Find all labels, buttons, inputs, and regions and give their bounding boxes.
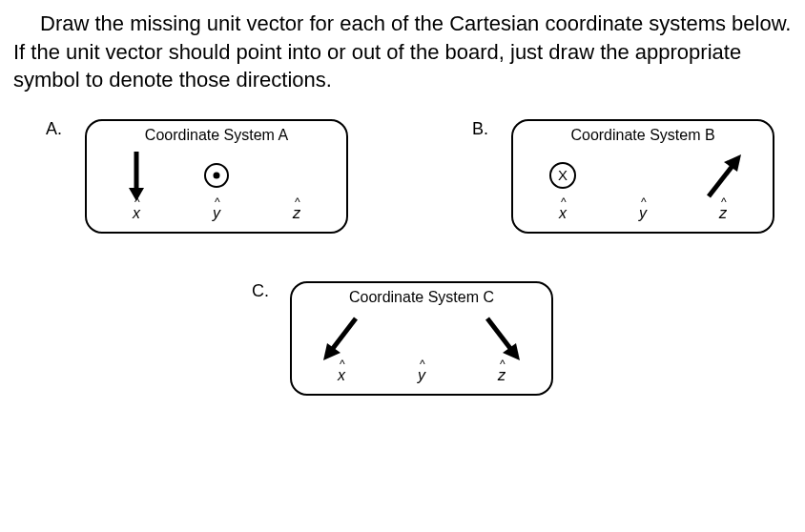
part-b: B. Coordinate System B X x y (472, 119, 774, 234)
vec-b-x: X x (536, 148, 589, 222)
card-b: Coordinate System B X x y (511, 119, 774, 234)
part-a-label: A. (46, 119, 62, 139)
axis-y-label: y (418, 367, 425, 384)
axis-x-label: x (338, 367, 345, 384)
axis-z-label: z (719, 205, 727, 222)
axis-y-label: y (213, 205, 220, 222)
vec-a-y: y (190, 148, 243, 222)
axis-x-label: x (559, 205, 567, 222)
axis-z-label: z (293, 205, 300, 222)
svg-line-8 (331, 318, 356, 351)
vec-b-z: z (696, 148, 750, 222)
card-b-title: Coordinate System B (530, 127, 755, 144)
card-c-title: Coordinate System C (309, 289, 534, 306)
part-a: A. Coordinate System A x (46, 119, 348, 234)
axis-z-label: z (498, 367, 506, 384)
svg-text:X: X (558, 167, 568, 183)
vec-a-z: z (270, 148, 323, 222)
vec-c-x: x (315, 310, 368, 384)
vec-c-z: z (475, 310, 528, 384)
vec-b-y: y (616, 148, 670, 222)
axis-y-label: y (639, 205, 647, 222)
part-c-label: C. (252, 281, 269, 301)
part-c: C. Coordinate System C x y (252, 281, 553, 396)
card-c: Coordinate System C x y (290, 281, 553, 396)
svg-line-10 (487, 318, 512, 351)
axis-x-label: x (133, 205, 140, 222)
svg-point-3 (214, 173, 220, 179)
card-a: Coordinate System A x (85, 119, 348, 234)
question-text: Draw the missing unit vector for each of… (13, 10, 792, 94)
card-a-title: Coordinate System A (104, 127, 329, 144)
part-b-label: B. (472, 119, 488, 139)
vec-c-y: y (395, 310, 448, 384)
vec-a-x: x (110, 148, 163, 222)
